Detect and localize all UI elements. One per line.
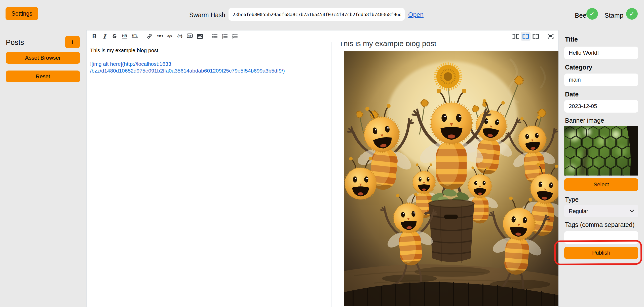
type-select[interactable]: Regular (564, 205, 638, 217)
preview-pane[interactable]: This is my example blog post (331, 42, 558, 307)
tags-label: Tags (comma separated) (565, 221, 635, 228)
markdown-editor[interactable]: This is my example blog post ![img alt h… (87, 42, 331, 307)
date-input[interactable] (564, 100, 638, 113)
post-image (344, 51, 558, 306)
banner-image-thumbnail (564, 126, 638, 176)
toolbar-view-controls (511, 32, 555, 41)
select-banner-button[interactable]: Select (564, 178, 638, 191)
comment-code-icon[interactable]: <> (185, 32, 195, 41)
swarm-hash-label: Swarm Hash (176, 11, 225, 19)
strikethrough-icon[interactable]: S (110, 32, 119, 41)
tags-input[interactable] (564, 231, 638, 244)
svg-text:<>: <> (188, 35, 192, 37)
category-input[interactable] (564, 74, 638, 86)
link-icon[interactable] (145, 32, 154, 41)
bold-icon[interactable]: B (90, 32, 99, 41)
code-block-icon[interactable]: {≡} (175, 32, 184, 41)
layout-preview-icon[interactable] (531, 32, 541, 41)
layout-editor-icon[interactable] (511, 32, 520, 41)
layout-split-icon[interactable] (521, 32, 531, 41)
quote-icon[interactable]: ”” (155, 32, 164, 41)
preview-heading: This is my example blog post (339, 42, 558, 48)
unordered-list-icon[interactable] (210, 32, 219, 41)
title-input[interactable] (564, 47, 638, 59)
image-icon[interactable] (195, 32, 205, 41)
toolbar-separator (207, 33, 207, 40)
title-label: Title (565, 36, 578, 43)
banner-image-label: Banner image (565, 117, 604, 124)
date-label: Date (565, 91, 579, 98)
toolbar-separator (142, 33, 142, 40)
asset-browser-button[interactable]: Asset Browser (6, 52, 80, 64)
task-list-icon[interactable] (230, 32, 240, 41)
editor-line: This is my example blog post (90, 47, 326, 54)
horizontal-rule-icon[interactable]: HR (120, 32, 129, 41)
check-glyph: ✓ (589, 10, 595, 18)
italic-icon[interactable]: I (100, 32, 109, 41)
editor-image-markdown-line1: ![img alt here](http://localhost:1633 (90, 60, 326, 67)
posts-heading: Posts (6, 38, 24, 47)
editor-toolbar: B I S HR TITL ”” </> {≡} <> (87, 30, 558, 42)
bee-status-check-icon: ✓ (586, 8, 598, 20)
bee-status-label: Bee (575, 12, 586, 19)
stamp-status-label: Stamp (604, 12, 623, 19)
open-link[interactable]: Open (408, 11, 424, 18)
stamp-status-check-icon: ✓ (626, 8, 638, 20)
svg-text:3: 3 (222, 37, 223, 39)
title-icon[interactable]: TITL (130, 32, 139, 41)
reset-button[interactable]: Reset (6, 71, 80, 82)
app: Settings Swarm Hash Open Bee ✓ Stamp ✓ P… (0, 0, 644, 307)
editor-container: B I S HR TITL ”” </> {≡} <> (86, 30, 559, 307)
category-label: Category (565, 64, 592, 71)
post-settings-panel: Title Category Date Banner image (559, 30, 644, 307)
ordered-list-icon[interactable]: 1 2 3 (220, 32, 230, 41)
fullscreen-icon[interactable] (546, 32, 555, 41)
publish-button[interactable]: Publish (564, 247, 638, 259)
add-post-button[interactable]: + (65, 36, 80, 48)
type-label: Type (565, 196, 579, 203)
settings-button[interactable]: Settings (6, 7, 38, 20)
toolbar-separator (543, 33, 543, 40)
swarm-hash-input[interactable] (229, 8, 405, 21)
editor-image-markdown-line2: /bzz/d1480d10652d975e091b2ffa0a35614abda… (90, 67, 326, 74)
check-glyph: ✓ (629, 10, 635, 18)
code-icon[interactable]: </> (165, 32, 174, 41)
editor-panes: This is my example blog post ![img alt h… (87, 42, 558, 307)
